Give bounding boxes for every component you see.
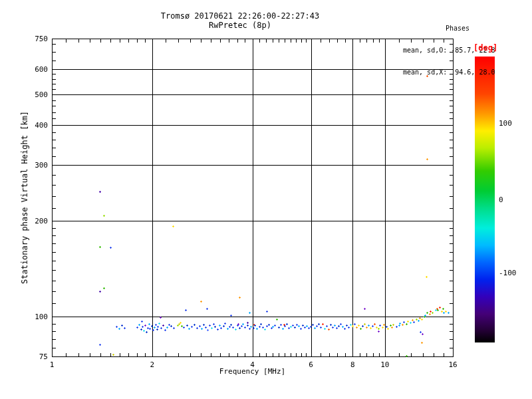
x-tick-label: 10	[375, 360, 395, 369]
colorbar-tick-label: 0	[499, 196, 503, 204]
ionogram-page: { "title": { "line1": "Tromsø 20170621 2…	[0, 0, 532, 399]
x-tick-label: 4	[243, 360, 263, 369]
phase-stats-o-mode: mean, sd,O: -85.7, 22.8	[403, 47, 529, 54]
y-tick-label: 600	[27, 65, 48, 74]
colorbar-tick-label: -100	[499, 269, 517, 277]
x-tick-label: 2	[142, 360, 162, 369]
y-tick-label: 400	[27, 121, 48, 130]
y-tick-label: 300	[27, 161, 48, 170]
x-tick-label: 16	[443, 360, 463, 369]
y-tick-label: 500	[27, 90, 48, 99]
colorbar-tick-label: 100	[499, 119, 512, 128]
plot-subtitle: RwPretec (8p)	[37, 21, 444, 30]
x-tick-label: 8	[342, 360, 362, 369]
plot-title: Tromsø 20170621 22:26:00-22:27:43	[37, 11, 444, 21]
colorbar	[475, 57, 495, 342]
y-tick-label: 100	[27, 313, 48, 321]
phase-stats-x-mode: mean, sd,X: 94.6, 28.0	[403, 68, 529, 76]
colorbar-label: [deg]	[473, 43, 497, 53]
phase-stats-block: Phases mean, sd,O: -85.7, 22.8 mean, sd,…	[403, 10, 529, 83]
y-axis-title: Stationary phase Virtual Height [km]	[20, 111, 29, 284]
phase-stats-header: Phases	[403, 25, 529, 32]
y-tick-label: 750	[27, 35, 48, 43]
y-tick-label: 200	[27, 217, 48, 225]
x-tick-label: 6	[301, 360, 321, 369]
x-tick-label: 1	[42, 360, 62, 369]
